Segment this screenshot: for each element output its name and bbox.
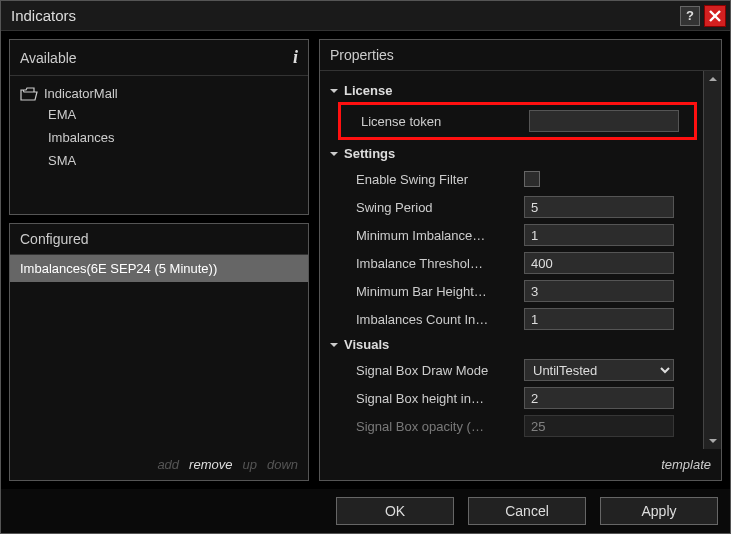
prop-row-imbalance-threshold: Imbalance Threshol… bbox=[326, 249, 697, 277]
license-token-input[interactable] bbox=[529, 110, 679, 132]
available-header: Available i bbox=[10, 40, 308, 76]
titlebar: Indicators ? bbox=[1, 1, 730, 31]
configured-item[interactable]: Imbalances(6E SEP24 (5 Minute)) bbox=[10, 255, 308, 282]
prop-row-imbalances-count: Imbalances Count In… bbox=[326, 305, 697, 333]
dialog-title: Indicators bbox=[11, 7, 680, 24]
down-link[interactable]: down bbox=[267, 457, 298, 472]
remove-link[interactable]: remove bbox=[189, 457, 232, 472]
chevron-up-icon bbox=[708, 75, 718, 83]
swing-period-input[interactable] bbox=[524, 196, 674, 218]
properties-footer: template bbox=[320, 449, 721, 480]
signal-box-draw-mode-select[interactable]: UntilTested bbox=[524, 359, 674, 381]
signal-box-opacity-input[interactable] bbox=[524, 415, 674, 437]
min-bar-height-input[interactable] bbox=[524, 280, 674, 302]
prop-row-signal-box-height: Signal Box height in… bbox=[326, 384, 697, 412]
prop-row-signal-box-opacity: Signal Box opacity (… bbox=[326, 412, 697, 440]
prop-row-enable-swing-filter: Enable Swing Filter bbox=[326, 165, 697, 193]
configured-actions: add remove up down bbox=[10, 449, 308, 480]
scroll-down-button[interactable] bbox=[704, 433, 721, 449]
min-imbalance-input[interactable] bbox=[524, 224, 674, 246]
ok-button[interactable]: OK bbox=[336, 497, 454, 525]
folder-indicatormall[interactable]: IndicatorMall bbox=[20, 84, 298, 103]
tree-item-ema[interactable]: EMA bbox=[20, 103, 298, 126]
chevron-down-icon bbox=[708, 437, 718, 445]
up-link[interactable]: up bbox=[242, 457, 256, 472]
add-link[interactable]: add bbox=[157, 457, 179, 472]
prop-row-swing-period: Swing Period bbox=[326, 193, 697, 221]
license-token-highlight: License token bbox=[338, 102, 697, 140]
prop-row-license-token: License token bbox=[343, 107, 692, 135]
group-settings[interactable]: Settings bbox=[326, 142, 697, 165]
enable-swing-filter-checkbox[interactable] bbox=[524, 171, 540, 187]
chevron-down-icon bbox=[328, 148, 340, 160]
available-tree: IndicatorMall EMA Imbalances SMA bbox=[10, 76, 308, 180]
properties-scrollbar[interactable] bbox=[703, 71, 721, 449]
properties-scroll: License License token Settings bbox=[320, 71, 703, 449]
chevron-down-icon bbox=[328, 339, 340, 351]
info-icon[interactable]: i bbox=[293, 47, 298, 68]
properties-panel: Properties License License token bbox=[319, 39, 722, 481]
available-panel: Available i IndicatorMall EMA Imbalances… bbox=[9, 39, 309, 215]
configured-list: Imbalances(6E SEP24 (5 Minute)) bbox=[10, 255, 308, 449]
template-link[interactable]: template bbox=[661, 457, 711, 472]
signal-box-height-input[interactable] bbox=[524, 387, 674, 409]
cancel-button[interactable]: Cancel bbox=[468, 497, 586, 525]
group-license[interactable]: License bbox=[326, 79, 697, 102]
help-button[interactable]: ? bbox=[680, 6, 700, 26]
tree-item-imbalances[interactable]: Imbalances bbox=[20, 126, 298, 149]
chevron-down-icon bbox=[328, 85, 340, 97]
tree-item-sma[interactable]: SMA bbox=[20, 149, 298, 172]
group-visuals[interactable]: Visuals bbox=[326, 333, 697, 356]
scroll-up-button[interactable] bbox=[704, 71, 721, 87]
close-button[interactable] bbox=[704, 5, 726, 27]
imbalances-count-input[interactable] bbox=[524, 308, 674, 330]
imbalance-threshold-input[interactable] bbox=[524, 252, 674, 274]
close-icon bbox=[709, 10, 721, 22]
properties-header: Properties bbox=[320, 40, 721, 71]
folder-open-icon bbox=[20, 87, 38, 101]
configured-panel: Configured Imbalances(6E SEP24 (5 Minute… bbox=[9, 223, 309, 481]
prop-row-min-imbalance: Minimum Imbalance… bbox=[326, 221, 697, 249]
configured-header: Configured bbox=[10, 224, 308, 255]
prop-row-min-bar-height: Minimum Bar Height… bbox=[326, 277, 697, 305]
apply-button[interactable]: Apply bbox=[600, 497, 718, 525]
prop-row-signal-box-draw-mode: Signal Box Draw Mode UntilTested bbox=[326, 356, 697, 384]
license-token-label: License token bbox=[343, 114, 529, 129]
dialog-buttons: OK Cancel Apply bbox=[1, 489, 730, 533]
